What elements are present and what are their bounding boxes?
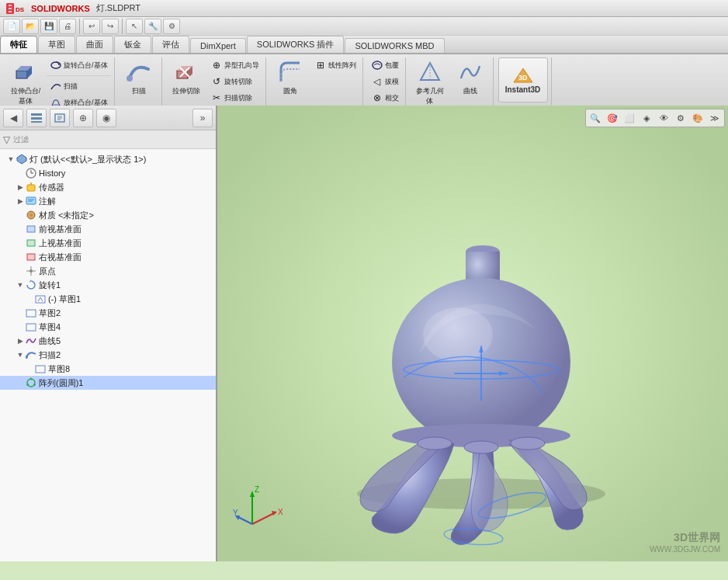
linear-pattern-button[interactable]: ⊞ 线性阵列 bbox=[311, 57, 359, 73]
pattern-group: ⊞ 线性阵列 bbox=[311, 57, 359, 73]
svg-marker-45 bbox=[29, 280, 31, 283]
panel-expand-button[interactable]: » bbox=[192, 109, 213, 127]
fillet-button[interactable]: 圆角 bbox=[271, 57, 310, 101]
revolve-boss-button[interactable]: 旋转凸台/基体 bbox=[47, 57, 111, 73]
tree-sketch8-item[interactable]: 草图8 bbox=[0, 362, 216, 376]
hole-wizard-icon: ⊕ bbox=[210, 59, 223, 71]
sweep-cut-button[interactable]: ✂ 扫描切除 bbox=[207, 90, 262, 106]
extrude-cut-button[interactable]: 拉伸切除 bbox=[167, 57, 206, 101]
tab-surface[interactable]: 曲面 bbox=[76, 36, 113, 53]
tab-sw-plugins[interactable]: SOLIDWORKS 插件 bbox=[247, 36, 345, 53]
group-cut: 拉伸切除 ⊕ 异型孔向导 ↺ 旋转切除 ✂ 扫描切除 bbox=[164, 57, 266, 106]
viewport: Z X Y 🔍 🎯 ⬜ ◈ 👁 ⚙ 🎨 ≫ 3D世界网 bbox=[217, 106, 728, 561]
wrap-icon bbox=[371, 59, 383, 71]
tree-revolve1-item[interactable]: ▼ 旋转1 bbox=[0, 278, 216, 292]
loft-button[interactable]: 放样凸台/基体 bbox=[47, 95, 111, 106]
svg-rect-50 bbox=[36, 366, 45, 373]
tab-sketch[interactable]: 草图 bbox=[38, 36, 75, 53]
print-button[interactable]: 🖨 bbox=[59, 19, 76, 34]
tree-material-item[interactable]: 材质 <未指定> bbox=[0, 208, 216, 222]
feature-tree[interactable]: ▼ 灯 (默认<<默认>_显示状态 1>) bbox=[0, 149, 216, 561]
svg-point-71 bbox=[511, 437, 545, 450]
instant3d-button[interactable]: 3D Instant3D bbox=[498, 57, 548, 102]
tree-circular-pattern-item[interactable]: 阵列(圆周)1 bbox=[0, 376, 216, 390]
tree-top-plane-item[interactable]: 上视基准面 bbox=[0, 236, 216, 250]
root-label: 灯 (默认<<默认>_显示状态 1>) bbox=[29, 154, 146, 165]
svg-text:3D: 3D bbox=[518, 74, 528, 82]
sensors-label: 传感器 bbox=[39, 182, 64, 193]
tree-right-plane-item[interactable]: 右视基准面 bbox=[0, 250, 216, 264]
tab-sw-mbd[interactable]: SOLIDWORKS MBD bbox=[345, 38, 444, 53]
view-settings-button[interactable]: ⚙ bbox=[673, 111, 688, 125]
history-label: History bbox=[39, 168, 65, 178]
intersect-button[interactable]: ⊗ 相交 bbox=[368, 90, 402, 106]
panel-property-button[interactable] bbox=[50, 109, 70, 127]
hide-show-button[interactable]: 👁 bbox=[656, 111, 671, 125]
panel-back-button[interactable]: ◀ bbox=[3, 109, 23, 127]
undo-button[interactable]: ↩ bbox=[83, 19, 100, 34]
sw-logo: DS SOLIDWORKS bbox=[6, 2, 90, 16]
tab-features[interactable]: 特征 bbox=[0, 36, 37, 53]
appearance-button[interactable]: 🎨 bbox=[690, 111, 705, 125]
tab-sheet-metal[interactable]: 钣金 bbox=[114, 36, 151, 53]
sketch1-label: (-) 草图1 bbox=[48, 293, 81, 305]
sweep-large-button[interactable]: 扫描 bbox=[120, 57, 158, 101]
options-button[interactable]: ⚙ bbox=[163, 19, 180, 34]
tree-root-item[interactable]: ▼ 灯 (默认<<默认>_显示状态 1>) bbox=[0, 152, 216, 166]
fillet-icon bbox=[278, 60, 303, 85]
material-label: 材质 <未指定> bbox=[39, 210, 94, 221]
svg-rect-39 bbox=[27, 226, 35, 232]
new-button[interactable]: 📄 bbox=[3, 19, 20, 34]
tree-curve5-item[interactable]: ▶ 曲线5 bbox=[0, 334, 216, 348]
view-orient-button[interactable]: 🎯 bbox=[605, 111, 620, 125]
annotations-icon bbox=[25, 195, 37, 207]
sweep-icon bbox=[50, 80, 62, 92]
panel-config-button[interactable]: ⊕ bbox=[73, 109, 93, 127]
tree-sweep2-item[interactable]: ▼ 扫描2 bbox=[0, 348, 216, 362]
tree-origin-item[interactable]: 原点 bbox=[0, 264, 216, 278]
revolve1-icon bbox=[25, 279, 37, 291]
svg-rect-2 bbox=[16, 71, 27, 78]
tab-evaluate[interactable]: 评估 bbox=[152, 36, 189, 53]
ribbon-content: 拉伸凸台/基体 旋转凸台/基体 bbox=[0, 54, 728, 106]
extrude-boss-button[interactable]: 拉伸凸台/基体 bbox=[6, 57, 45, 106]
wrap-button[interactable]: 包覆 bbox=[368, 57, 402, 73]
redo-button[interactable]: ↪ bbox=[102, 19, 119, 34]
sweep-button[interactable]: 扫描 bbox=[47, 78, 111, 94]
draft-button[interactable]: ◁ 拔模 bbox=[368, 74, 402, 89]
tree-sketch4-item[interactable]: 草图4 bbox=[0, 320, 216, 334]
hole-wizard-button[interactable]: ⊕ 异型孔向导 bbox=[207, 57, 262, 73]
tree-front-plane-item[interactable]: 前视基准面 bbox=[0, 222, 216, 236]
curves-icon bbox=[458, 60, 483, 85]
tab-dimxpert[interactable]: DimXpert bbox=[190, 38, 246, 53]
tree-sketch1-item[interactable]: (-) 草图1 bbox=[0, 292, 216, 306]
ref-geometry-button[interactable]: 参考几何体 bbox=[411, 57, 449, 106]
revolve-cut-button[interactable]: ↺ 旋转切除 bbox=[207, 74, 262, 89]
display-style-button[interactable]: ◈ bbox=[639, 111, 654, 125]
panel-display-button[interactable]: ◉ bbox=[96, 109, 116, 127]
tree-sensors-item[interactable]: ▶ 传感器 bbox=[0, 180, 216, 194]
rebuild-button[interactable]: 🔧 bbox=[144, 19, 161, 34]
svg-point-54 bbox=[26, 384, 29, 386]
revolve1-label: 旋转1 bbox=[39, 280, 61, 291]
wrap-col: 包覆 ◁ 拔模 ⊗ 相交 ≡ 筋 bbox=[368, 57, 402, 106]
panel-feature-tree-button[interactable] bbox=[26, 109, 47, 127]
curves-button[interactable]: 曲线 bbox=[451, 57, 490, 101]
window-title: 灯.SLDPRT bbox=[96, 2, 140, 14]
more-button[interactable]: ≫ bbox=[707, 111, 723, 125]
save-button[interactable]: 💾 bbox=[40, 19, 57, 34]
open-button[interactable]: 📂 bbox=[22, 19, 39, 34]
part-icon bbox=[16, 153, 28, 165]
sketch2-label: 草图2 bbox=[39, 307, 61, 319]
annotations-label: 注解 bbox=[39, 196, 56, 207]
svg-point-7 bbox=[54, 99, 57, 101]
zoom-to-fit-button[interactable]: 🔍 bbox=[588, 111, 603, 125]
tree-sketch2-item[interactable]: 草图2 bbox=[0, 306, 216, 320]
section-view-button[interactable]: ⬜ bbox=[622, 111, 637, 125]
feature-tree-icon bbox=[30, 113, 43, 123]
svg-point-70 bbox=[464, 441, 498, 453]
right-plane-label: 右视基准面 bbox=[39, 252, 81, 263]
tree-history-item[interactable]: History bbox=[0, 166, 216, 180]
cursor-button[interactable]: ↖ bbox=[126, 19, 143, 34]
tree-annotations-item[interactable]: ▶ 注解 bbox=[0, 194, 216, 208]
